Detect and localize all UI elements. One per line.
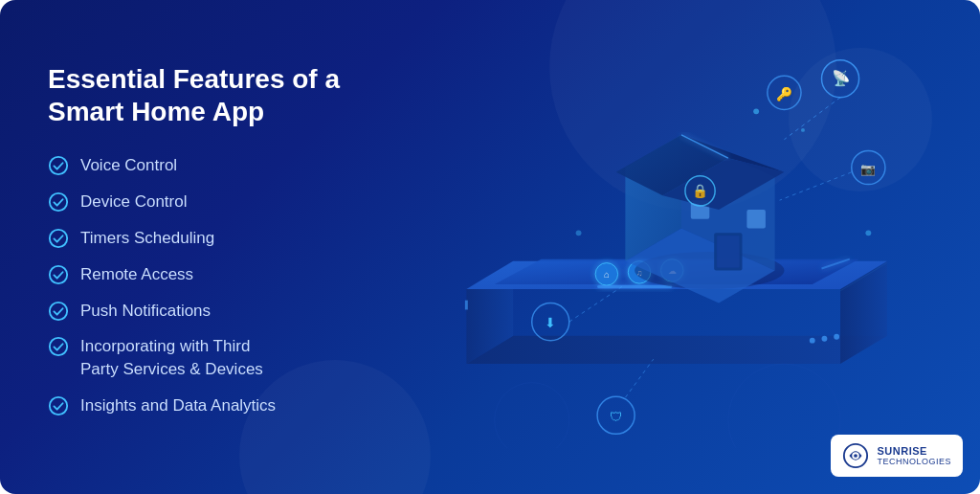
features-list: Voice Control Device Control Timers Sche…: [48, 154, 364, 416]
feature-label-timers-scheduling: Timers Scheduling: [80, 227, 214, 250]
svg-line-49: [569, 284, 626, 322]
svg-point-4: [50, 302, 67, 319]
feature-item-insights: Insights and Data Analytics: [48, 394, 364, 417]
svg-point-56: [865, 230, 871, 236]
svg-rect-30: [717, 236, 739, 267]
svg-text:📡: 📡: [832, 69, 851, 87]
svg-line-46: [780, 172, 852, 200]
svg-point-1: [50, 193, 67, 211]
svg-point-22: [810, 338, 815, 344]
page-title: Essential Features of a Smart Home App: [48, 63, 364, 127]
svg-line-41: [784, 98, 840, 140]
feature-item-push-notifications: Push Notifications: [48, 300, 364, 323]
svg-point-55: [576, 230, 582, 236]
logo-subtitle: TECHNOLOGIES: [877, 457, 951, 466]
svg-text:⬇: ⬇: [545, 316, 556, 330]
svg-line-52: [625, 359, 653, 397]
feature-label-remote-access: Remote Access: [80, 263, 193, 286]
main-container: Essential Features of a Smart Home App V…: [0, 0, 980, 494]
feature-label-insights: Insights and Data Analytics: [80, 394, 276, 417]
svg-point-61: [855, 454, 858, 458]
feature-item-remote-access: Remote Access: [48, 263, 364, 286]
svg-text:📷: 📷: [860, 162, 876, 177]
smart-home-illustration: ⌂ ♫ ☁: [433, 46, 930, 448]
svg-point-24: [834, 334, 839, 340]
left-panel: Essential Features of a Smart Home App V…: [0, 25, 383, 469]
svg-rect-18: [597, 285, 672, 288]
logo-badge: SUNRISE TECHNOLOGIES: [831, 435, 963, 477]
svg-point-23: [822, 336, 828, 342]
svg-point-5: [50, 338, 67, 355]
check-icon: [48, 395, 69, 416]
svg-point-6: [50, 397, 67, 415]
svg-text:⌂: ⌂: [604, 269, 610, 280]
check-icon: [48, 301, 69, 322]
check-icon: [48, 155, 69, 176]
illustration: ⌂ ♫ ☁: [433, 46, 930, 448]
svg-text:🔑: 🔑: [776, 86, 793, 102]
feature-item-incorporating: Incorporating with Third Party Services …: [48, 335, 364, 381]
check-icon: [48, 191, 69, 213]
svg-point-54: [801, 128, 805, 132]
feature-label-push-notifications: Push Notifications: [80, 300, 211, 323]
svg-text:🔒: 🔒: [692, 183, 709, 199]
svg-point-2: [50, 230, 67, 247]
svg-point-57: [728, 364, 840, 448]
svg-point-0: [50, 157, 67, 174]
right-panel: ⌂ ♫ ☁: [383, 0, 980, 494]
feature-label-device-control: Device Control: [80, 191, 188, 213]
logo-text: SUNRISE TECHNOLOGIES: [877, 445, 951, 466]
svg-point-58: [495, 383, 569, 448]
svg-rect-32: [746, 210, 766, 229]
feature-label-voice-control: Voice Control: [80, 154, 177, 177]
svg-point-3: [50, 266, 67, 283]
svg-point-53: [753, 108, 759, 114]
logo-name: SUNRISE: [877, 445, 951, 457]
check-icon: [48, 336, 69, 357]
svg-text:🛡: 🛡: [610, 410, 623, 424]
feature-item-timers-scheduling: Timers Scheduling: [48, 227, 364, 250]
feature-item-voice-control: Voice Control: [48, 154, 364, 177]
feature-item-device-control: Device Control: [48, 191, 364, 213]
feature-label-incorporating: Incorporating with Third Party Services …: [80, 335, 263, 381]
logo-icon: [842, 442, 869, 469]
check-icon: [48, 228, 69, 249]
check-icon: [48, 264, 69, 285]
